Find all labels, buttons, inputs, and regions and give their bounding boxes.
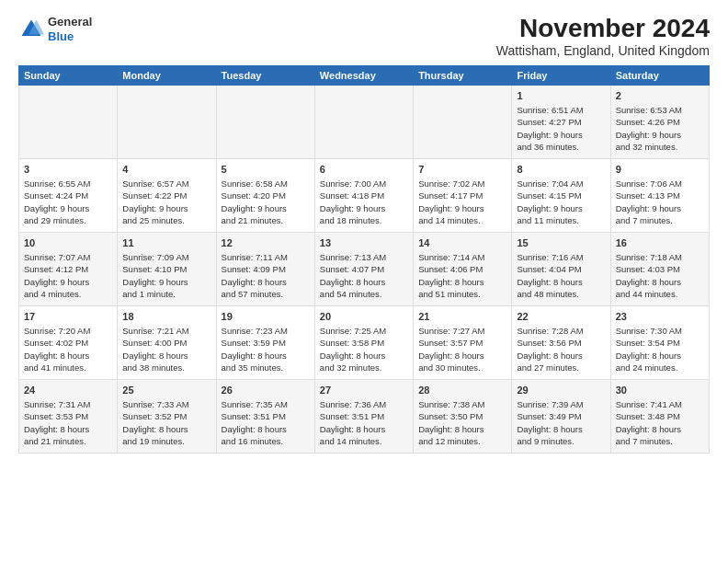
calendar-cell: 9Sunrise: 7:06 AMSunset: 4:13 PMDaylight… [610, 158, 709, 232]
calendar-cell: 28Sunrise: 7:38 AMSunset: 3:50 PMDayligh… [414, 379, 512, 453]
day-number: 3 [24, 163, 112, 177]
calendar-cell: 25Sunrise: 7:33 AMSunset: 3:52 PMDayligh… [118, 379, 216, 453]
day-number: 8 [517, 163, 605, 177]
th-friday: Friday [512, 65, 610, 85]
calendar-cell: 23Sunrise: 7:30 AMSunset: 3:54 PMDayligh… [610, 305, 709, 379]
th-monday: Monday [118, 65, 216, 85]
calendar-cell [314, 85, 413, 158]
logo-general: General [48, 15, 92, 29]
day-number: 21 [418, 310, 506, 324]
calendar-cell: 8Sunrise: 7:04 AMSunset: 4:15 PMDaylight… [512, 158, 610, 232]
calendar-cell: 26Sunrise: 7:35 AMSunset: 3:51 PMDayligh… [216, 379, 314, 453]
calendar-cell: 10Sunrise: 7:07 AMSunset: 4:12 PMDayligh… [19, 232, 118, 305]
day-number: 29 [517, 384, 605, 397]
page: General Blue November 2024 Wattisham, En… [0, 0, 728, 563]
calendar-cell: 19Sunrise: 7:23 AMSunset: 3:59 PMDayligh… [216, 305, 314, 379]
calendar-cell: 15Sunrise: 7:16 AMSunset: 4:04 PMDayligh… [512, 232, 610, 305]
calendar-cell [414, 85, 512, 158]
day-number: 7 [418, 163, 506, 177]
day-number: 11 [122, 236, 210, 250]
calendar-cell: 30Sunrise: 7:41 AMSunset: 3:48 PMDayligh… [610, 379, 709, 453]
calendar-cell: 14Sunrise: 7:14 AMSunset: 4:06 PMDayligh… [414, 232, 512, 305]
day-number: 24 [24, 384, 112, 397]
calendar-week-2: 3Sunrise: 6:55 AMSunset: 4:24 PMDaylight… [19, 158, 710, 232]
day-number: 25 [122, 384, 210, 397]
day-number: 2 [616, 89, 704, 103]
calendar-week-4: 17Sunrise: 7:20 AMSunset: 4:02 PMDayligh… [19, 305, 710, 379]
day-number: 12 [222, 236, 310, 250]
day-number: 22 [517, 310, 605, 324]
day-number: 4 [122, 163, 210, 177]
day-number: 28 [418, 384, 506, 397]
calendar-cell: 13Sunrise: 7:13 AMSunset: 4:07 PMDayligh… [314, 232, 413, 305]
calendar-cell: 4Sunrise: 6:57 AMSunset: 4:22 PMDaylight… [118, 158, 216, 232]
calendar-cell [118, 85, 216, 158]
calendar-cell: 17Sunrise: 7:20 AMSunset: 4:02 PMDayligh… [19, 305, 118, 379]
day-number: 26 [222, 384, 310, 397]
calendar-cell: 7Sunrise: 7:02 AMSunset: 4:17 PMDaylight… [414, 158, 512, 232]
calendar-cell: 18Sunrise: 7:21 AMSunset: 4:00 PMDayligh… [118, 305, 216, 379]
title-block: November 2024 Wattisham, England, United… [496, 15, 710, 58]
calendar-table: Sunday Monday Tuesday Wednesday Thursday… [18, 65, 710, 454]
calendar-cell: 5Sunrise: 6:58 AMSunset: 4:20 PMDaylight… [216, 158, 314, 232]
logo-text: General Blue [48, 15, 92, 43]
calendar-cell: 20Sunrise: 7:25 AMSunset: 3:58 PMDayligh… [314, 305, 413, 379]
calendar-cell: 6Sunrise: 7:00 AMSunset: 4:18 PMDaylight… [314, 158, 413, 232]
day-number: 15 [517, 236, 605, 250]
calendar-cell [216, 85, 314, 158]
calendar-week-1: 1Sunrise: 6:51 AMSunset: 4:27 PMDaylight… [19, 85, 710, 158]
day-number: 14 [418, 236, 506, 250]
day-number: 18 [122, 310, 210, 324]
day-number: 6 [320, 163, 408, 177]
calendar-week-5: 24Sunrise: 7:31 AMSunset: 3:53 PMDayligh… [19, 379, 710, 453]
calendar-cell: 29Sunrise: 7:39 AMSunset: 3:49 PMDayligh… [512, 379, 610, 453]
day-number: 27 [320, 384, 408, 397]
day-number: 13 [320, 236, 408, 250]
day-number: 23 [616, 310, 704, 324]
calendar-cell: 11Sunrise: 7:09 AMSunset: 4:10 PMDayligh… [118, 232, 216, 305]
calendar-week-3: 10Sunrise: 7:07 AMSunset: 4:12 PMDayligh… [19, 232, 710, 305]
weekday-row: Sunday Monday Tuesday Wednesday Thursday… [19, 65, 710, 85]
th-wednesday: Wednesday [314, 65, 413, 85]
logo-blue: Blue [48, 29, 74, 43]
th-thursday: Thursday [414, 65, 512, 85]
calendar-cell: 12Sunrise: 7:11 AMSunset: 4:09 PMDayligh… [216, 232, 314, 305]
calendar-cell: 21Sunrise: 7:27 AMSunset: 3:57 PMDayligh… [414, 305, 512, 379]
th-sunday: Sunday [19, 65, 118, 85]
location: Wattisham, England, United Kingdom [496, 43, 710, 58]
calendar-cell: 27Sunrise: 7:36 AMSunset: 3:51 PMDayligh… [314, 379, 413, 453]
day-number: 16 [616, 236, 704, 250]
th-tuesday: Tuesday [216, 65, 314, 85]
day-number: 17 [24, 310, 112, 324]
day-number: 20 [320, 310, 408, 324]
day-number: 10 [24, 236, 112, 250]
calendar-cell: 24Sunrise: 7:31 AMSunset: 3:53 PMDayligh… [19, 379, 118, 453]
calendar-cell: 3Sunrise: 6:55 AMSunset: 4:24 PMDaylight… [19, 158, 118, 232]
day-number: 19 [222, 310, 310, 324]
logo: General Blue [18, 15, 92, 43]
day-number: 30 [616, 384, 704, 397]
calendar-cell: 16Sunrise: 7:18 AMSunset: 4:03 PMDayligh… [610, 232, 709, 305]
header: General Blue November 2024 Wattisham, En… [18, 15, 710, 58]
calendar-body: 1Sunrise: 6:51 AMSunset: 4:27 PMDaylight… [19, 85, 710, 453]
calendar-header: Sunday Monday Tuesday Wednesday Thursday… [19, 65, 710, 85]
calendar-cell: 22Sunrise: 7:28 AMSunset: 3:56 PMDayligh… [512, 305, 610, 379]
calendar-cell: 2Sunrise: 6:53 AMSunset: 4:26 PMDaylight… [610, 85, 709, 158]
logo-icon [18, 17, 44, 42]
day-number: 5 [222, 163, 310, 177]
calendar-cell: 1Sunrise: 6:51 AMSunset: 4:27 PMDaylight… [512, 85, 610, 158]
month-title: November 2024 [496, 15, 710, 43]
calendar-cell [19, 85, 118, 158]
day-number: 9 [616, 163, 704, 177]
day-number: 1 [517, 89, 605, 103]
th-saturday: Saturday [610, 65, 709, 85]
